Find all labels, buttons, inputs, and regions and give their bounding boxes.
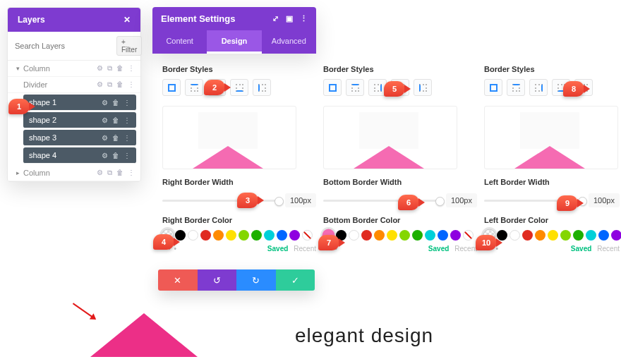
layer-divider[interactable]: Divider ⚙ ⧉ 🗑 ⋮ [8, 77, 140, 93]
swatch-cyan[interactable] [425, 230, 435, 241]
border-top-button[interactable] [185, 79, 203, 96]
trash-icon[interactable]: 🗑 [112, 134, 119, 142]
layer-column[interactable]: ▸ Column ⚙⧉🗑⋮ [8, 165, 140, 181]
layer-column[interactable]: ▾ Column ⚙ ⧉ 🗑 ⋮ [8, 61, 140, 77]
more-icon[interactable]: ⋮ [128, 80, 135, 89]
recent-label[interactable]: Recent [294, 245, 316, 253]
swatch-white[interactable] [510, 230, 520, 241]
swatch-green[interactable] [573, 230, 584, 241]
swatch-red[interactable] [361, 230, 372, 241]
swatch-yellow[interactable] [387, 230, 397, 241]
swatch-purple[interactable] [611, 230, 621, 241]
more-icon[interactable]: ⋮ [123, 152, 131, 159]
filter-button[interactable]: + Filter [116, 36, 142, 56]
recent-label[interactable]: Recent [454, 245, 477, 253]
border-left-button[interactable] [414, 79, 432, 96]
copy-icon[interactable]: ⧉ [107, 169, 112, 177]
border-width-input[interactable]: 100px [589, 193, 620, 207]
swatch-cyan[interactable] [586, 230, 596, 241]
gear-icon[interactable]: ⚙ [102, 116, 108, 124]
swatch-green[interactable] [412, 230, 423, 241]
swatch-white[interactable] [188, 230, 198, 241]
trash-icon[interactable]: 🗑 [116, 169, 123, 177]
gear-icon[interactable]: ⚙ [97, 80, 103, 89]
redo-button[interactable]: ↻ [236, 269, 276, 291]
swatch-orange[interactable] [535, 230, 545, 241]
swatch-purple[interactable] [450, 230, 461, 241]
tab-content[interactable]: Content [152, 30, 207, 54]
swatch-blue[interactable] [598, 230, 609, 241]
close-icon[interactable]: ✕ [123, 15, 131, 25]
saved-label[interactable]: Saved [267, 245, 288, 253]
border-all-button[interactable] [162, 79, 181, 96]
gear-icon[interactable]: ⚙ [102, 152, 108, 159]
swatch-none[interactable] [302, 230, 313, 241]
swatch-blue[interactable] [277, 230, 287, 241]
trash-icon[interactable]: 🗑 [112, 99, 119, 107]
recent-label[interactable]: Recent [597, 245, 620, 253]
responsive-icon[interactable]: ▣ [286, 14, 293, 23]
swatch-yellow[interactable] [226, 230, 236, 241]
expand-icon[interactable]: ⤢ [272, 14, 279, 23]
swatch-red[interactable] [522, 230, 533, 241]
swatch-green[interactable] [251, 230, 262, 241]
trash-icon[interactable]: 🗑 [116, 64, 123, 73]
layers-header: Layers ✕ [8, 8, 140, 32]
border-width-input[interactable]: 100px [285, 193, 316, 207]
swatch-none[interactable] [463, 230, 474, 241]
saved-label[interactable]: Saved [428, 245, 449, 253]
saved-label[interactable]: Saved [571, 245, 591, 253]
swatch-blue[interactable] [438, 230, 448, 241]
layer-shape-4[interactable]: shape 4 ⚙🗑⋮ [23, 147, 136, 164]
layer-shape-1[interactable]: shape 1 ⚙🗑⋮ [23, 95, 136, 111]
border-all-button[interactable] [323, 79, 342, 96]
more-icon[interactable]: ⋮ [123, 134, 131, 142]
more-icon[interactable]: ⋮ [300, 14, 308, 23]
trash-icon[interactable]: 🗑 [112, 152, 119, 159]
border-all-button[interactable] [484, 79, 502, 96]
border-bottom-button[interactable] [230, 79, 248, 96]
more-icon[interactable]: ⋮ [128, 169, 135, 177]
gear-icon[interactable]: ⚙ [97, 64, 103, 73]
swatch-lime[interactable] [399, 230, 410, 241]
copy-icon[interactable]: ⧉ [107, 80, 112, 89]
undo-button[interactable]: ↺ [198, 269, 237, 291]
swatch-orange[interactable] [213, 230, 224, 241]
callout-3: 3 [237, 193, 258, 208]
swatch-white[interactable] [349, 230, 359, 241]
trash-icon[interactable]: 🗑 [116, 80, 123, 89]
swatch-yellow[interactable] [548, 230, 558, 241]
save-button[interactable]: ✓ [276, 269, 315, 291]
swatch-lime[interactable] [239, 230, 249, 241]
shape-preview [484, 106, 618, 169]
tab-design[interactable]: Design [207, 30, 261, 54]
gear-icon[interactable]: ⚙ [102, 99, 108, 107]
swatch-lime[interactable] [560, 230, 571, 241]
swatch-orange[interactable] [374, 230, 385, 241]
chevron-right-icon: ▸ [16, 169, 23, 176]
border-left-button[interactable] [253, 79, 271, 96]
swatch-cyan[interactable] [264, 230, 275, 241]
more-icon[interactable]: ⋮ [123, 116, 131, 124]
more-icon[interactable]: ⋮ [123, 99, 131, 107]
layer-shape-2[interactable]: shape 2 ⚙🗑⋮ [23, 112, 136, 128]
border-top-button[interactable] [346, 79, 364, 96]
border-width-input[interactable]: 100px [446, 193, 477, 207]
callout-9: 9 [557, 195, 578, 211]
layer-shape-3[interactable]: shape 3 ⚙🗑⋮ [23, 130, 136, 146]
callout-8: 8 [563, 81, 584, 97]
copy-icon[interactable]: ⧉ [107, 64, 112, 73]
layers-search-input[interactable] [15, 42, 112, 50]
more-icon[interactable]: ⋮ [128, 64, 135, 73]
callout-5: 5 [384, 81, 405, 97]
gear-icon[interactable]: ⚙ [97, 169, 103, 177]
swatch-red[interactable] [200, 230, 211, 241]
cancel-button[interactable]: ✕ [158, 269, 198, 291]
trash-icon[interactable]: 🗑 [112, 116, 119, 124]
border-right-button[interactable] [529, 79, 548, 96]
border-width-label: Left Border Width [484, 178, 620, 186]
border-top-button[interactable] [507, 79, 525, 96]
gear-icon[interactable]: ⚙ [102, 134, 108, 142]
tab-advanced[interactable]: Advanced [262, 30, 316, 54]
swatch-purple[interactable] [289, 230, 300, 241]
